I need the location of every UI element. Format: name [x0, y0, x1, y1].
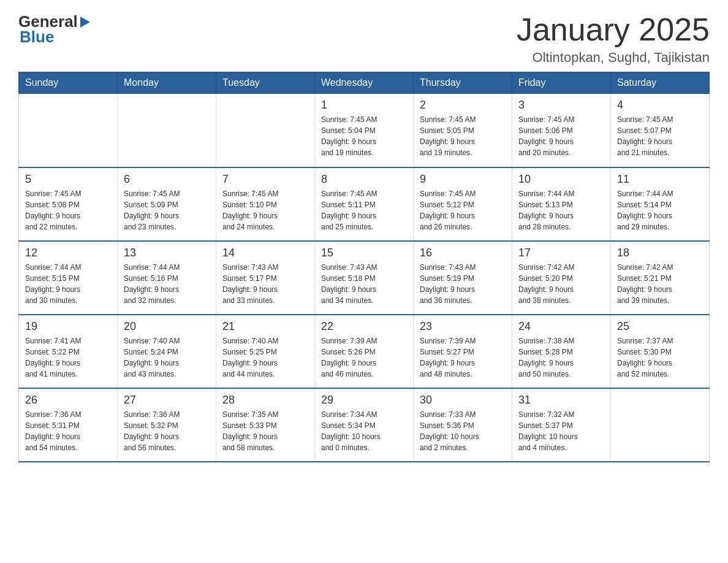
page-title: January 2025 — [517, 12, 710, 47]
calendar-day-cell — [118, 94, 216, 167]
day-info: Sunrise: 7:45 AM Sunset: 5:09 PM Dayligh… — [124, 188, 210, 232]
day-number: 11 — [617, 173, 703, 186]
day-info: Sunrise: 7:37 AM Sunset: 5:30 PM Dayligh… — [617, 335, 703, 380]
day-info: Sunrise: 7:45 AM Sunset: 5:10 PM Dayligh… — [222, 188, 308, 232]
day-info: Sunrise: 7:45 AM Sunset: 5:05 PM Dayligh… — [420, 114, 506, 158]
day-info: Sunrise: 7:45 AM Sunset: 5:12 PM Dayligh… — [420, 188, 506, 232]
day-info: Sunrise: 7:41 AM Sunset: 5:22 PM Dayligh… — [25, 335, 111, 380]
day-of-week-header: Saturday — [611, 72, 710, 94]
day-of-week-header: Monday — [118, 72, 216, 94]
calendar-day-cell — [19, 94, 118, 167]
calendar-day-cell: 25Sunrise: 7:37 AM Sunset: 5:30 PM Dayli… — [611, 315, 710, 388]
day-number: 20 — [124, 320, 210, 333]
calendar-day-cell: 18Sunrise: 7:42 AM Sunset: 5:21 PM Dayli… — [611, 241, 710, 315]
calendar-day-cell: 12Sunrise: 7:44 AM Sunset: 5:15 PM Dayli… — [19, 241, 118, 315]
day-number: 18 — [617, 247, 703, 259]
day-number: 7 — [222, 173, 308, 186]
day-number: 30 — [420, 394, 506, 407]
calendar-day-cell: 27Sunrise: 7:36 AM Sunset: 5:32 PM Dayli… — [118, 388, 216, 462]
day-number: 27 — [124, 394, 210, 407]
logo-triangle-icon — [78, 15, 91, 29]
day-info: Sunrise: 7:39 AM Sunset: 5:27 PM Dayligh… — [420, 335, 506, 380]
calendar-day-cell: 19Sunrise: 7:41 AM Sunset: 5:22 PM Dayli… — [19, 315, 118, 388]
day-number: 19 — [25, 320, 111, 333]
day-number: 12 — [25, 247, 111, 259]
title-block: January 2025 Oltintopkan, Sughd, Tajikis… — [517, 12, 710, 66]
day-number: 15 — [321, 247, 407, 259]
page-header: General Blue January 2025 Oltintopkan, S… — [18, 12, 710, 66]
day-info: Sunrise: 7:40 AM Sunset: 5:24 PM Dayligh… — [124, 335, 210, 380]
day-info: Sunrise: 7:45 AM Sunset: 5:07 PM Dayligh… — [617, 114, 703, 158]
day-of-week-header: Wednesday — [315, 72, 414, 94]
day-info: Sunrise: 7:34 AM Sunset: 5:34 PM Dayligh… — [321, 409, 407, 453]
calendar-day-cell: 21Sunrise: 7:40 AM Sunset: 5:25 PM Dayli… — [216, 315, 315, 388]
day-number: 3 — [518, 99, 604, 112]
day-info: Sunrise: 7:45 AM Sunset: 5:06 PM Dayligh… — [518, 114, 604, 158]
calendar-day-cell: 5Sunrise: 7:45 AM Sunset: 5:08 PM Daylig… — [19, 167, 118, 241]
day-number: 9 — [420, 173, 506, 186]
calendar-day-cell: 28Sunrise: 7:35 AM Sunset: 5:33 PM Dayli… — [216, 388, 315, 462]
day-number: 5 — [25, 173, 111, 186]
day-number: 29 — [321, 394, 407, 407]
day-info: Sunrise: 7:32 AM Sunset: 5:37 PM Dayligh… — [518, 409, 604, 453]
calendar-day-cell: 2Sunrise: 7:45 AM Sunset: 5:05 PM Daylig… — [414, 94, 512, 167]
day-info: Sunrise: 7:44 AM Sunset: 5:15 PM Dayligh… — [25, 262, 111, 306]
calendar-day-cell: 1Sunrise: 7:45 AM Sunset: 5:04 PM Daylig… — [315, 94, 414, 167]
calendar-day-cell: 22Sunrise: 7:39 AM Sunset: 5:26 PM Dayli… — [315, 315, 414, 388]
calendar-week-row: 1Sunrise: 7:45 AM Sunset: 5:04 PM Daylig… — [19, 94, 710, 167]
day-info: Sunrise: 7:36 AM Sunset: 5:31 PM Dayligh… — [25, 409, 111, 453]
svg-marker-0 — [80, 17, 90, 28]
calendar-day-cell: 4Sunrise: 7:45 AM Sunset: 5:07 PM Daylig… — [611, 94, 710, 167]
day-number: 28 — [222, 394, 308, 407]
day-info: Sunrise: 7:45 AM Sunset: 5:11 PM Dayligh… — [321, 188, 407, 232]
calendar-day-cell — [216, 94, 315, 167]
calendar-day-cell: 10Sunrise: 7:44 AM Sunset: 5:13 PM Dayli… — [512, 167, 611, 241]
calendar-day-cell: 11Sunrise: 7:44 AM Sunset: 5:14 PM Dayli… — [611, 167, 710, 241]
calendar-day-cell: 6Sunrise: 7:45 AM Sunset: 5:09 PM Daylig… — [118, 167, 216, 241]
calendar-day-cell: 16Sunrise: 7:43 AM Sunset: 5:19 PM Dayli… — [414, 241, 512, 315]
day-info: Sunrise: 7:44 AM Sunset: 5:13 PM Dayligh… — [518, 188, 604, 232]
day-number: 8 — [321, 173, 407, 186]
day-number: 25 — [617, 320, 703, 333]
calendar-header-row: SundayMondayTuesdayWednesdayThursdayFrid… — [19, 72, 710, 94]
calendar-day-cell — [611, 388, 710, 462]
day-of-week-header: Tuesday — [216, 72, 315, 94]
day-info: Sunrise: 7:42 AM Sunset: 5:20 PM Dayligh… — [518, 262, 604, 306]
calendar-day-cell: 9Sunrise: 7:45 AM Sunset: 5:12 PM Daylig… — [414, 167, 512, 241]
day-number: 13 — [124, 247, 210, 259]
day-info: Sunrise: 7:42 AM Sunset: 5:21 PM Dayligh… — [617, 262, 703, 306]
day-info: Sunrise: 7:40 AM Sunset: 5:25 PM Dayligh… — [222, 335, 308, 380]
day-number: 14 — [222, 247, 308, 259]
day-of-week-header: Thursday — [414, 72, 512, 94]
page-subtitle: Oltintopkan, Sughd, Tajikistan — [517, 50, 710, 66]
day-info: Sunrise: 7:44 AM Sunset: 5:16 PM Dayligh… — [124, 262, 210, 306]
calendar-day-cell: 8Sunrise: 7:45 AM Sunset: 5:11 PM Daylig… — [315, 167, 414, 241]
day-info: Sunrise: 7:38 AM Sunset: 5:28 PM Dayligh… — [518, 335, 604, 380]
day-number: 24 — [518, 320, 604, 333]
calendar-day-cell: 31Sunrise: 7:32 AM Sunset: 5:37 PM Dayli… — [512, 388, 611, 462]
day-number: 6 — [124, 173, 210, 186]
day-number: 31 — [518, 394, 604, 407]
day-info: Sunrise: 7:36 AM Sunset: 5:32 PM Dayligh… — [124, 409, 210, 453]
calendar-day-cell: 3Sunrise: 7:45 AM Sunset: 5:06 PM Daylig… — [512, 94, 611, 167]
calendar-week-row: 26Sunrise: 7:36 AM Sunset: 5:31 PM Dayli… — [19, 388, 710, 462]
calendar-day-cell: 23Sunrise: 7:39 AM Sunset: 5:27 PM Dayli… — [414, 315, 512, 388]
day-number: 21 — [222, 320, 308, 333]
day-info: Sunrise: 7:45 AM Sunset: 5:04 PM Dayligh… — [321, 114, 407, 158]
day-number: 16 — [420, 247, 506, 259]
day-of-week-header: Sunday — [19, 72, 118, 94]
day-number: 22 — [321, 320, 407, 333]
day-number: 1 — [321, 99, 407, 112]
calendar-day-cell: 29Sunrise: 7:34 AM Sunset: 5:34 PM Dayli… — [315, 388, 414, 462]
calendar-day-cell: 7Sunrise: 7:45 AM Sunset: 5:10 PM Daylig… — [216, 167, 315, 241]
logo: General Blue — [18, 12, 91, 45]
calendar-week-row: 12Sunrise: 7:44 AM Sunset: 5:15 PM Dayli… — [19, 241, 710, 315]
day-number: 23 — [420, 320, 506, 333]
day-info: Sunrise: 7:33 AM Sunset: 5:36 PM Dayligh… — [420, 409, 506, 453]
calendar-day-cell: 24Sunrise: 7:38 AM Sunset: 5:28 PM Dayli… — [512, 315, 611, 388]
calendar-day-cell: 20Sunrise: 7:40 AM Sunset: 5:24 PM Dayli… — [118, 315, 216, 388]
calendar-day-cell: 26Sunrise: 7:36 AM Sunset: 5:31 PM Dayli… — [19, 388, 118, 462]
calendar-week-row: 5Sunrise: 7:45 AM Sunset: 5:08 PM Daylig… — [19, 167, 710, 241]
day-info: Sunrise: 7:44 AM Sunset: 5:14 PM Dayligh… — [617, 188, 703, 232]
day-info: Sunrise: 7:43 AM Sunset: 5:17 PM Dayligh… — [222, 262, 308, 306]
